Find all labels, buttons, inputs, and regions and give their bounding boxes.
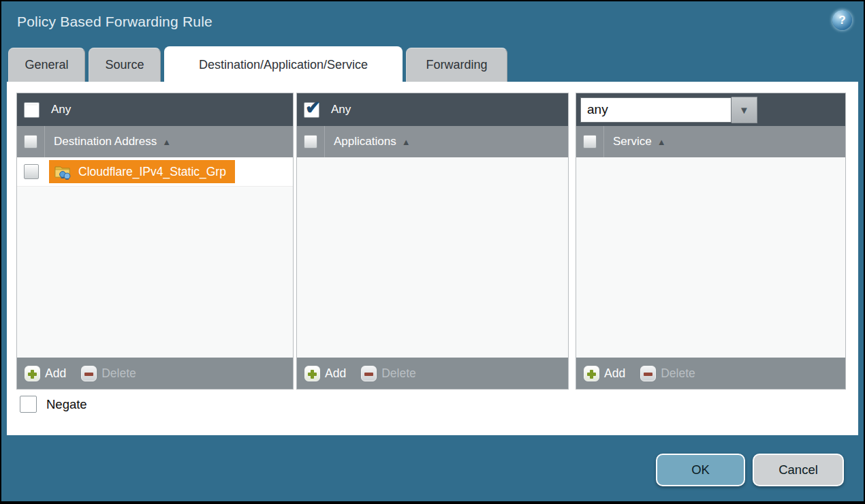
service-add-button[interactable]: Add	[584, 366, 625, 381]
checkmark-icon: ✔	[305, 97, 321, 119]
service-list	[576, 157, 845, 358]
cancel-button[interactable]: Cancel	[753, 454, 844, 486]
service-delete-button[interactable]: Delete	[640, 366, 695, 381]
service-dropdown: any ▼	[580, 97, 757, 123]
sort-ascending-icon: ▲	[657, 137, 666, 147]
tab-forwarding-label: Forwarding	[426, 58, 487, 72]
service-panel: any ▼ Service ▲ Add	[576, 93, 846, 390]
service-dropdown-text: any	[587, 102, 608, 117]
tab-source[interactable]: Source	[89, 48, 161, 82]
destination-any-checkbox[interactable]	[24, 102, 40, 118]
destination-any-bar: Any	[17, 93, 293, 126]
service-header-label[interactable]: Service	[613, 135, 652, 148]
service-add-label: Add	[604, 366, 625, 381]
applications-any-label: Any	[331, 103, 351, 116]
applications-select-all-checkbox[interactable]	[304, 135, 317, 148]
applications-add-button[interactable]: Add	[304, 366, 346, 381]
destination-column-header: Destination Address ▲	[17, 126, 293, 157]
tab-general[interactable]: General	[8, 48, 85, 82]
destination-row-item[interactable]: Cloudflare_IPv4_Static_Grp	[49, 160, 235, 183]
applications-panel: ✔ Any Applications ▲ Add Delete	[296, 93, 569, 390]
minus-icon	[640, 366, 656, 381]
destination-delete-button[interactable]: Delete	[81, 366, 136, 381]
destination-select-all-checkbox[interactable]	[24, 135, 37, 148]
ok-button[interactable]: OK	[656, 454, 745, 486]
negate-option: Negate	[20, 396, 87, 413]
help-glyph: ?	[838, 14, 845, 27]
pbf-rule-dialog: Policy Based Forwarding Rule ? General S…	[1, 1, 864, 501]
destination-delete-label: Delete	[101, 366, 136, 381]
plus-icon	[584, 366, 599, 381]
plus-icon	[304, 366, 320, 381]
applications-delete-button[interactable]: Delete	[361, 366, 416, 381]
service-select-all-checkbox[interactable]	[583, 135, 597, 148]
applications-list	[297, 157, 568, 358]
service-column-header: Service ▲	[576, 126, 845, 157]
destination-list: Cloudflare_IPv4_Static_Grp	[17, 157, 293, 358]
applications-add-label: Add	[325, 366, 346, 381]
title-bar: Policy Based Forwarding Rule ?	[1, 1, 864, 46]
minus-icon	[361, 366, 377, 381]
destination-header-label[interactable]: Destination Address	[54, 135, 157, 148]
sort-ascending-icon: ▲	[162, 137, 171, 147]
plus-icon	[25, 366, 40, 381]
tab-source-label: Source	[105, 58, 144, 72]
destination-add-label: Add	[45, 366, 66, 381]
address-group-icon	[54, 164, 72, 180]
destination-toolbar: Add Delete	[17, 358, 293, 389]
tab-destination-application-service[interactable]: Destination/Application/Service	[164, 46, 403, 83]
tab-destination-application-service-label: Destination/Application/Service	[199, 58, 368, 72]
applications-any-bar: ✔ Any	[297, 93, 568, 126]
destination-row-checkbox[interactable]	[24, 164, 39, 179]
destination-address-panel: Any Destination Address ▲	[16, 93, 294, 390]
destination-any-label: Any	[51, 103, 71, 116]
applications-delete-label: Delete	[381, 366, 416, 381]
table-row: Cloudflare_IPv4_Static_Grp	[17, 157, 293, 187]
sort-ascending-icon: ▲	[402, 137, 411, 147]
destination-add-button[interactable]: Add	[25, 366, 66, 381]
help-icon[interactable]: ?	[832, 10, 852, 30]
service-delete-label: Delete	[661, 366, 695, 381]
tab-forwarding[interactable]: Forwarding	[406, 48, 507, 82]
chevron-down-icon: ▼	[739, 104, 749, 116]
applications-column-header: Applications ▲	[297, 126, 568, 157]
tab-content: Any Destination Address ▲	[7, 82, 858, 435]
ok-button-label: OK	[691, 462, 710, 477]
destination-row-label: Cloudflare_IPv4_Static_Grp	[78, 165, 226, 179]
applications-header-label[interactable]: Applications	[334, 135, 396, 148]
service-toolbar: Add Delete	[576, 358, 845, 389]
dialog-title: Policy Based Forwarding Rule	[17, 14, 213, 30]
service-any-bar: any ▼	[576, 93, 845, 126]
tab-general-label: General	[25, 58, 68, 72]
applications-any-checkbox[interactable]: ✔	[304, 102, 319, 118]
service-dropdown-button[interactable]: ▼	[732, 97, 757, 123]
cancel-button-label: Cancel	[778, 462, 818, 477]
service-dropdown-value[interactable]: any	[580, 97, 732, 123]
applications-toolbar: Add Delete	[297, 358, 568, 389]
negate-checkbox[interactable]	[20, 396, 37, 413]
negate-label: Negate	[46, 397, 87, 412]
minus-icon	[81, 366, 97, 381]
